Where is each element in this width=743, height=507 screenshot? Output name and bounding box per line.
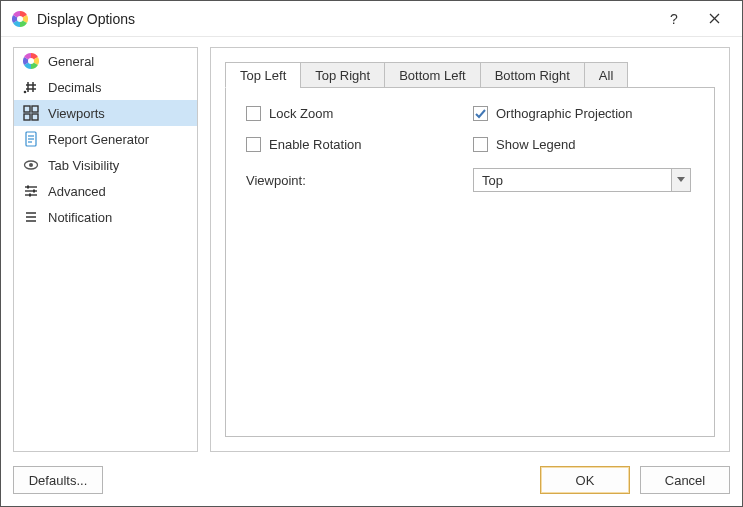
sidebar-item-label: Viewports xyxy=(48,106,189,121)
decimal-hash-icon xyxy=(22,78,40,96)
eye-icon xyxy=(22,156,40,174)
defaults-button[interactable]: Defaults... xyxy=(13,466,103,494)
sliders-icon xyxy=(22,182,40,200)
svg-rect-12 xyxy=(32,114,38,120)
chevron-down-icon xyxy=(677,177,685,183)
display-options-dialog: Display Options ? xyxy=(0,0,743,507)
tabstrip: Top Left Top Right Bottom Left Bottom Ri… xyxy=(225,62,715,88)
svg-rect-11 xyxy=(24,114,30,120)
svg-point-4 xyxy=(24,91,27,94)
svg-marker-28 xyxy=(677,177,685,182)
checkbox-box-icon xyxy=(473,106,488,121)
color-wheel-icon xyxy=(22,52,40,70)
sidebar-item-tab-visibility[interactable]: Tab Visibility xyxy=(14,152,197,178)
tab-label: All xyxy=(599,68,613,83)
viewpoint-label: Viewpoint: xyxy=(246,173,467,188)
sidebar-item-label: Tab Visibility xyxy=(48,158,189,173)
svg-rect-23 xyxy=(33,190,35,193)
svg-rect-24 xyxy=(29,194,31,197)
sidebar-item-notification[interactable]: Notification xyxy=(14,204,197,230)
window-title: Display Options xyxy=(37,11,654,27)
category-sidebar: General Decimals xyxy=(13,47,198,452)
tab-top-left[interactable]: Top Left xyxy=(225,62,301,88)
tab-top-right[interactable]: Top Right xyxy=(300,62,385,88)
viewpoint-combobox[interactable]: Top xyxy=(473,168,691,192)
close-icon xyxy=(709,13,720,24)
checkbox-box-icon xyxy=(246,106,261,121)
color-wheel-icon xyxy=(11,10,29,28)
checkbox-label: Enable Rotation xyxy=(269,137,362,152)
checkbox-label: Show Legend xyxy=(496,137,576,152)
sidebar-item-label: Advanced xyxy=(48,184,189,199)
viewports-grid-icon xyxy=(22,104,40,122)
combobox-value: Top xyxy=(473,168,671,192)
sidebar-item-decimals[interactable]: Decimals xyxy=(14,74,197,100)
svg-point-3 xyxy=(28,58,34,64)
tab-bottom-left[interactable]: Bottom Left xyxy=(384,62,480,88)
svg-rect-9 xyxy=(24,106,30,112)
tabpanel-top-left: Lock Zoom Orthographic Projection xyxy=(225,87,715,437)
dialog-body: General Decimals xyxy=(1,37,742,458)
svg-rect-10 xyxy=(32,106,38,112)
button-label: Cancel xyxy=(665,473,705,488)
titlebar: Display Options ? xyxy=(1,1,742,37)
report-document-icon xyxy=(22,130,40,148)
sidebar-item-label: Notification xyxy=(48,210,189,225)
checkbox-lock-zoom[interactable]: Lock Zoom xyxy=(246,106,467,121)
tab-label: Bottom Right xyxy=(495,68,570,83)
tab-bottom-right[interactable]: Bottom Right xyxy=(480,62,585,88)
tabs-container: Top Left Top Right Bottom Left Bottom Ri… xyxy=(225,62,715,437)
sidebar-item-label: Report Generator xyxy=(48,132,189,147)
sidebar-item-advanced[interactable]: Advanced xyxy=(14,178,197,204)
button-label: Defaults... xyxy=(29,473,88,488)
checkbox-enable-rotation[interactable]: Enable Rotation xyxy=(246,137,467,152)
help-button[interactable]: ? xyxy=(654,5,694,33)
sidebar-item-general[interactable]: General xyxy=(14,48,197,74)
tab-label: Top Right xyxy=(315,68,370,83)
sidebar-item-report-generator[interactable]: Report Generator xyxy=(14,126,197,152)
close-button[interactable] xyxy=(694,5,734,33)
sidebar-item-label: Decimals xyxy=(48,80,189,95)
checkbox-label: Orthographic Projection xyxy=(496,106,633,121)
lines-icon xyxy=(22,208,40,226)
dialog-footer: Defaults... OK Cancel xyxy=(1,458,742,506)
sidebar-item-viewports[interactable]: Viewports xyxy=(14,100,197,126)
sidebar-item-label: General xyxy=(48,54,189,69)
checkbox-label: Lock Zoom xyxy=(269,106,333,121)
combobox-value-text: Top xyxy=(482,173,503,188)
svg-rect-22 xyxy=(27,186,29,189)
tab-label: Top Left xyxy=(240,68,286,83)
svg-point-18 xyxy=(29,163,33,167)
combobox-dropdown-button[interactable] xyxy=(671,168,691,192)
cancel-button[interactable]: Cancel xyxy=(640,466,730,494)
checkbox-box-icon xyxy=(473,137,488,152)
checkbox-orthographic-projection[interactable]: Orthographic Projection xyxy=(473,106,694,121)
checkbox-box-icon xyxy=(246,137,261,152)
tab-all[interactable]: All xyxy=(584,62,628,88)
svg-point-0 xyxy=(17,16,23,22)
checkbox-show-legend[interactable]: Show Legend xyxy=(473,137,694,152)
tab-label: Bottom Left xyxy=(399,68,465,83)
ok-button[interactable]: OK xyxy=(540,466,630,494)
button-label: OK xyxy=(576,473,595,488)
content-panel: Top Left Top Right Bottom Left Bottom Ri… xyxy=(210,47,730,452)
